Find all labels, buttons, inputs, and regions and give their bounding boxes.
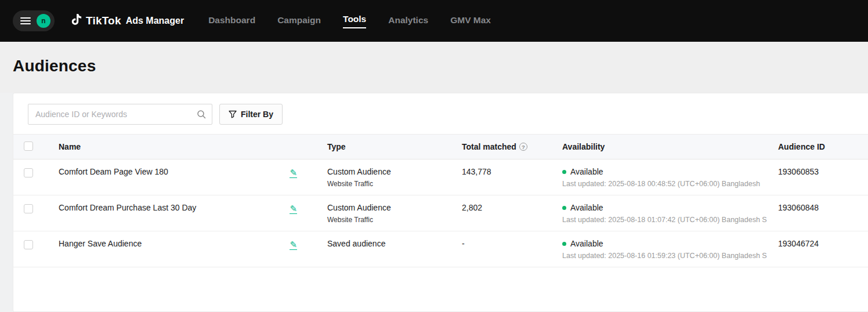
brand-suffix: Ads Manager: [126, 16, 184, 26]
toolbar: Filter By: [13, 93, 868, 134]
audience-name[interactable]: Comfort Dream Purchase Last 30 Day: [59, 203, 196, 212]
availability-status: Available: [570, 203, 603, 212]
brand-logo: TikTok Ads Manager: [70, 13, 184, 28]
audience-id: 193060848: [778, 203, 868, 212]
filter-funnel-icon: [229, 110, 237, 118]
audience-id: 193046724: [778, 239, 868, 248]
availability-status: Available: [570, 239, 603, 248]
total-matched-value: 143,778: [462, 167, 562, 176]
edit-icon[interactable]: [290, 205, 297, 214]
audience-type-sub: Website Traffic: [327, 180, 462, 188]
audience-type: Custom Audience: [327, 167, 462, 176]
page-header: Audiences: [0, 42, 868, 93]
column-audience-id: Audience ID: [778, 142, 868, 151]
column-total-matched: Total matched: [462, 142, 562, 151]
status-dot: [562, 170, 566, 174]
top-nav-bar: n TikTok Ads Manager Dashboard Campaign …: [0, 0, 868, 42]
nav-gmv-max[interactable]: GMV Max: [450, 15, 491, 27]
table-header-row: Name Type Total matched Availability Aud…: [13, 134, 868, 159]
audience-type: Custom Audience: [327, 203, 462, 212]
nav-tools[interactable]: Tools: [343, 14, 366, 28]
status-dot: [562, 242, 566, 246]
column-name: Name: [59, 142, 327, 151]
audiences-card: Filter By Name Type Total matched Availa…: [13, 93, 868, 312]
audience-row: Comfort Deam Page View 180 Custom Audien…: [13, 159, 868, 195]
audience-name[interactable]: Hanger Save Audience: [59, 239, 142, 248]
last-updated: Last updated: 2025-08-18 01:07:42 (UTC+0…: [562, 216, 771, 224]
total-matched-value: -: [462, 239, 562, 248]
nav-dashboard[interactable]: Dashboard: [208, 15, 255, 27]
menu-pill[interactable]: n: [13, 10, 55, 31]
availability-status: Available: [570, 167, 603, 176]
tiktok-logo-icon: [70, 13, 82, 28]
nav-analytics[interactable]: Analytics: [388, 15, 428, 27]
filter-by-button[interactable]: Filter By: [219, 104, 283, 125]
audience-name[interactable]: Comfort Deam Page View 180: [59, 167, 168, 176]
row-checkbox[interactable]: [24, 204, 33, 213]
audience-type-sub: Website Traffic: [327, 216, 462, 224]
row-checkbox[interactable]: [24, 168, 33, 177]
column-availability: Availability: [562, 142, 778, 151]
filter-by-label: Filter By: [241, 110, 273, 119]
hamburger-menu-icon[interactable]: [20, 17, 31, 24]
top-navigation: Dashboard Campaign Tools Analytics GMV M…: [208, 14, 491, 28]
column-total-matched-label: Total matched: [462, 142, 516, 151]
column-type: Type: [327, 142, 462, 151]
audience-id: 193060853: [778, 167, 868, 176]
last-updated: Last updated: 2025-08-16 01:59:23 (UTC+0…: [562, 252, 771, 260]
status-dot: [562, 206, 566, 210]
row-checkbox[interactable]: [24, 240, 33, 249]
page-title: Audiences: [13, 57, 868, 75]
search-icon[interactable]: [197, 110, 206, 119]
edit-icon[interactable]: [290, 241, 297, 250]
edit-icon[interactable]: [290, 169, 297, 178]
total-matched-value: 2,802: [462, 203, 562, 212]
audience-row: Hanger Save Audience Saved audience - Av…: [13, 231, 868, 267]
search-input[interactable]: [35, 110, 197, 119]
select-all-checkbox[interactable]: [24, 142, 33, 151]
search-box[interactable]: [28, 104, 212, 125]
help-icon[interactable]: [519, 143, 527, 151]
audience-type: Saved audience: [327, 239, 462, 248]
nav-campaign[interactable]: Campaign: [277, 15, 321, 27]
audience-row: Comfort Dream Purchase Last 30 Day Custo…: [13, 195, 868, 231]
avatar[interactable]: n: [37, 14, 50, 28]
brand-name: TikTok: [86, 14, 121, 27]
last-updated: Last updated: 2025-08-18 00:48:52 (UTC+0…: [562, 180, 771, 188]
